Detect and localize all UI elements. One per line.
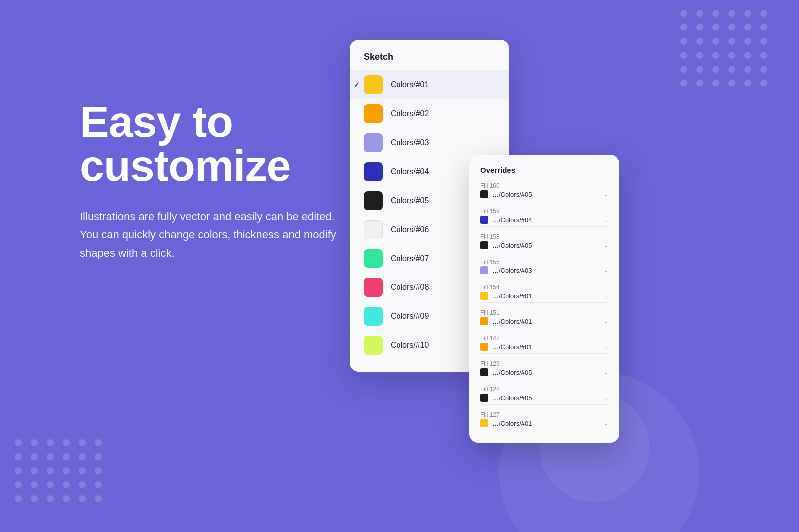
fill-swatch-2: [480, 241, 488, 249]
fill-row-9[interactable]: …/Colors/#01⌄: [480, 419, 608, 430]
chevron-down-icon: ⌄: [604, 191, 608, 198]
fill-left-6: …/Colors/#01: [480, 343, 532, 351]
chevron-down-icon: ⌄: [604, 267, 608, 274]
fill-group-4: Fill 154…/Colors/#01⌄: [469, 281, 619, 306]
color-label-02: Colors/#02: [391, 109, 429, 118]
fill-row-6[interactable]: …/Colors/#01⌄: [480, 343, 608, 354]
fill-group-0: Fill 160…/Colors/#05⌄: [469, 179, 619, 205]
color-label-09: Colors/#09: [391, 312, 429, 321]
chevron-down-icon: ⌄: [604, 344, 608, 350]
chevron-down-icon: ⌄: [604, 420, 608, 427]
fill-name-7: …/Colors/#05: [492, 369, 532, 376]
color-swatch-04: [364, 162, 383, 181]
color-swatch-08: [364, 278, 383, 297]
chevron-down-icon: ⌄: [604, 242, 608, 249]
color-swatch-05: [364, 191, 383, 210]
chevron-down-icon: ⌄: [604, 395, 608, 401]
color-label-07: Colors/#07: [391, 254, 429, 263]
fills-list: Fill 160…/Colors/#05⌄Fill 159…/Colors/#0…: [469, 179, 619, 434]
fill-row-3[interactable]: …/Colors/#03⌄: [480, 266, 608, 277]
fill-row-4[interactable]: …/Colors/#01⌄: [480, 292, 608, 303]
color-row-03[interactable]: Colors/#03: [350, 128, 509, 157]
fill-row-5[interactable]: …/Colors/#01⌄: [480, 317, 608, 328]
fill-swatch-9: [480, 419, 488, 427]
fill-left-7: …/Colors/#05: [480, 368, 532, 376]
fill-group-5: Fill 151…/Colors/#01⌄: [469, 306, 619, 332]
fill-group-6: Fill 147…/Colors/#01⌄: [469, 332, 619, 357]
overrides-panel: Overrides Fill 160…/Colors/#05⌄Fill 159……: [469, 155, 619, 443]
headline: Easy to customize: [80, 100, 340, 188]
fill-label-7: Fill 129: [480, 360, 608, 367]
fill-label-6: Fill 147: [480, 335, 608, 342]
color-swatch-10: [364, 336, 383, 355]
fill-label-0: Fill 160: [480, 182, 608, 189]
fill-label-5: Fill 151: [480, 309, 608, 316]
fill-label-9: Fill 127: [480, 411, 608, 418]
fill-swatch-0: [480, 190, 488, 198]
fill-left-0: …/Colors/#05: [480, 190, 532, 198]
left-content: Easy to customize Illustrations are full…: [80, 100, 340, 262]
fill-label-8: Fill 128: [480, 386, 608, 393]
fill-name-3: …/Colors/#03: [492, 267, 532, 274]
overrides-title: Overrides: [469, 166, 619, 179]
fill-group-2: Fill 158…/Colors/#05⌄: [469, 230, 619, 256]
fill-group-8: Fill 128…/Colors/#05⌄: [469, 383, 619, 408]
headline-line1: Easy to: [80, 97, 233, 146]
color-swatch-07: [364, 249, 383, 268]
fill-row-2[interactable]: …/Colors/#05⌄: [480, 241, 608, 252]
color-row-01[interactable]: ✓Colors/#01: [350, 70, 509, 99]
fill-label-3: Fill 155: [480, 259, 608, 266]
sketch-panel-title: Sketch: [350, 52, 509, 70]
checkmark-icon: ✓: [354, 81, 360, 89]
color-swatch-01: [364, 75, 383, 94]
fill-row-1[interactable]: …/Colors/#04⌄: [480, 216, 608, 227]
color-label-08: Colors/#08: [391, 283, 429, 292]
fill-group-1: Fill 159…/Colors/#04⌄: [469, 205, 619, 230]
color-label-06: Colors/#06: [391, 225, 429, 234]
fill-group-3: Fill 155…/Colors/#03⌄: [469, 256, 619, 281]
fill-swatch-1: [480, 216, 488, 224]
fill-swatch-6: [480, 343, 488, 351]
fill-name-9: …/Colors/#01: [492, 420, 532, 427]
fill-group-7: Fill 129…/Colors/#05⌄: [469, 357, 619, 383]
chevron-down-icon: ⌄: [604, 293, 608, 299]
fill-group-9: Fill 127…/Colors/#01⌄: [469, 408, 619, 434]
fill-row-8[interactable]: …/Colors/#05⌄: [480, 394, 608, 405]
fill-name-5: …/Colors/#01: [492, 318, 532, 325]
fill-swatch-3: [480, 266, 488, 274]
chevron-down-icon: ⌄: [604, 217, 608, 223]
dots-bottom-left: [15, 439, 104, 502]
fill-name-8: …/Colors/#05: [492, 394, 532, 402]
fill-row-0[interactable]: …/Colors/#05⌄: [480, 190, 608, 201]
chevron-down-icon: ⌄: [604, 318, 608, 325]
color-label-05: Colors/#05: [391, 196, 429, 205]
color-swatch-09: [364, 307, 383, 326]
fill-name-0: …/Colors/#05: [492, 191, 532, 198]
fill-name-1: …/Colors/#04: [492, 216, 532, 224]
fill-name-6: …/Colors/#01: [492, 343, 532, 351]
color-label-03: Colors/#03: [391, 138, 429, 147]
fill-left-9: …/Colors/#01: [480, 419, 532, 427]
headline-line2: customize: [80, 141, 290, 190]
fill-swatch-5: [480, 317, 488, 325]
description-text: Illustrations are fully vector and easil…: [80, 208, 340, 262]
color-swatch-02: [364, 104, 383, 123]
fill-left-3: …/Colors/#03: [480, 266, 532, 274]
color-label-01: Colors/#01: [391, 80, 429, 89]
fill-left-8: …/Colors/#05: [480, 394, 532, 402]
fill-label-4: Fill 154: [480, 284, 608, 291]
fill-row-7[interactable]: …/Colors/#05⌄: [480, 368, 608, 379]
fill-label-1: Fill 159: [480, 208, 608, 215]
color-swatch-03: [364, 133, 383, 152]
dots-top-right: [680, 10, 769, 87]
fill-swatch-7: [480, 368, 488, 376]
fill-swatch-8: [480, 394, 488, 402]
color-row-02[interactable]: Colors/#02: [350, 99, 509, 128]
fill-name-2: …/Colors/#05: [492, 242, 532, 249]
fill-swatch-4: [480, 292, 488, 300]
fill-name-4: …/Colors/#01: [492, 292, 532, 300]
fill-label-2: Fill 158: [480, 233, 608, 240]
color-swatch-06: [364, 220, 383, 239]
fill-left-2: …/Colors/#05: [480, 241, 532, 249]
color-label-04: Colors/#04: [391, 167, 429, 176]
